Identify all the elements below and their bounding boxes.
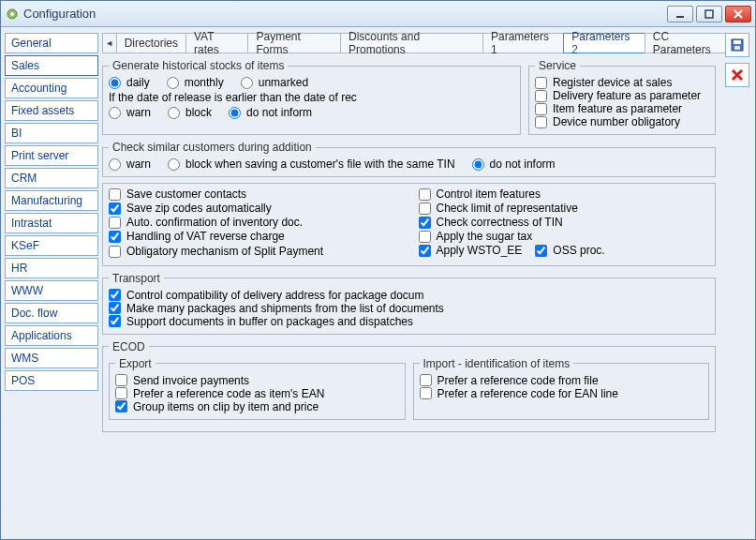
similar-customers-group: Check similar customers during addition … <box>102 141 716 177</box>
sidebar-item-general[interactable]: General <box>5 33 98 53</box>
misc-left-0[interactable]: Save customer contacts <box>109 188 400 201</box>
close-button[interactable] <box>725 6 751 22</box>
misc-right-2[interactable]: Check correctness of TIN <box>419 216 710 229</box>
gear-icon <box>5 7 20 22</box>
svg-rect-8 <box>734 46 740 50</box>
misc-left-1[interactable]: Save zip codes automatically <box>109 202 400 215</box>
ecod-export-legend: Export <box>115 357 156 370</box>
svg-rect-7 <box>734 40 741 44</box>
misc-right-4-wrap: Apply WSTO_EEOSS proc. <box>419 244 710 260</box>
misc-right-1[interactable]: Check limit of representative <box>419 202 710 215</box>
similar-legend: Check similar customers during addition <box>109 141 316 154</box>
ecod-export-group: Export Send invoice paymentsPrefer a ref… <box>109 357 406 420</box>
window-title: Configuration <box>23 7 96 21</box>
sidebar-item-print-server[interactable]: Print server <box>5 145 98 166</box>
maximize-button[interactable] <box>696 6 722 22</box>
main-panel: ◄ DirectoriesVAT ratesPayment FormsDisco… <box>102 27 755 539</box>
ecod-import-0[interactable]: Prefer a reference code from file <box>420 374 704 387</box>
similar-do-not-inform[interactable]: do not inform <box>472 158 556 171</box>
sidebar-item-intrastat[interactable]: Intrastat <box>5 213 98 233</box>
sidebar-item-www[interactable]: WWW <box>5 280 98 301</box>
tab-parameters-2[interactable]: Parameters 2 <box>563 33 645 53</box>
sidebar-item-doc-flow[interactable]: Doc. flow <box>5 303 98 323</box>
service-legend: Service <box>535 59 580 72</box>
cancel-button[interactable] <box>725 63 749 87</box>
sidebar-item-hr[interactable]: HR <box>5 258 98 278</box>
release-do-not-inform[interactable]: do not inform <box>229 106 312 119</box>
minimize-button[interactable] <box>667 6 693 22</box>
sidebar: GeneralSalesAccountingFixed assetsBIPrin… <box>1 27 102 539</box>
minimize-icon <box>675 9 685 19</box>
tab-bar: ◄ DirectoriesVAT ratesPayment FormsDisco… <box>102 33 749 53</box>
ecod-export-2[interactable]: Group items on clip by item and price <box>115 400 399 413</box>
save-button[interactable] <box>725 33 749 57</box>
service-check-1[interactable]: Delivery feature as parameter <box>535 89 709 102</box>
cancel-icon <box>731 68 744 82</box>
sidebar-item-bi[interactable]: BI <box>5 123 98 143</box>
service-check-0[interactable]: Register device at sales <box>535 76 709 89</box>
tab-discounts-and-promotions[interactable]: Discounts and Promotions <box>340 33 483 53</box>
titlebar: Configuration <box>1 1 755 27</box>
service-check-3[interactable]: Device number obligatory <box>535 115 709 128</box>
ecod-export-1[interactable]: Prefer a reference code as item's EAN <box>115 387 399 400</box>
sidebar-item-fixed-assets[interactable]: Fixed assets <box>5 100 98 121</box>
similar-block[interactable]: block when saving a customer's file with… <box>168 158 455 171</box>
close-icon <box>734 9 743 19</box>
historical-monthly[interactable]: monthly <box>167 76 224 89</box>
misc-right-3[interactable]: Apply the sugar tax <box>419 230 710 243</box>
historical-group: Generate historical stocks of items dail… <box>102 59 521 135</box>
transport-check-2[interactable]: Support documents in buffer on packages … <box>109 315 709 328</box>
misc-oss-proc[interactable]: OSS proc. <box>535 244 604 257</box>
sidebar-item-sales[interactable]: Sales <box>5 55 98 76</box>
save-icon <box>730 38 745 52</box>
svg-rect-3 <box>705 10 713 18</box>
ecod-group: ECOD Export Send invoice paymentsPrefer … <box>102 340 716 432</box>
svg-point-1 <box>10 12 14 16</box>
sidebar-item-wms[interactable]: WMS <box>5 348 98 368</box>
misc-checks-group: Save customer contactsControl item featu… <box>102 183 716 266</box>
sidebar-item-pos[interactable]: POS <box>5 370 98 391</box>
misc-apply-wsto-ee[interactable]: Apply WSTO_EE <box>419 244 523 257</box>
tab-scroll-left[interactable]: ◄ <box>102 33 117 53</box>
tab-vat-rates[interactable]: VAT rates <box>185 33 248 53</box>
service-group: Service Register device at salesDelivery… <box>528 59 716 135</box>
ecod-import-1[interactable]: Prefer a reference code for EAN line <box>420 387 704 400</box>
misc-left-4[interactable]: Obligatory mechanism of Split Payment <box>109 244 400 260</box>
release-block[interactable]: block <box>168 106 212 119</box>
release-warn[interactable]: warn <box>109 106 151 119</box>
ecod-export-0[interactable]: Send invoice payments <box>115 374 399 387</box>
historical-legend: Generate historical stocks of items <box>109 59 288 72</box>
maximize-icon <box>704 9 714 19</box>
transport-group: Transport Control compatibility of deliv… <box>102 272 716 335</box>
transport-legend: Transport <box>109 272 164 285</box>
service-check-2[interactable]: Item feature as parameter <box>535 102 709 115</box>
sidebar-item-manufacturing[interactable]: Manufacturing <box>5 190 98 211</box>
release-legend: If the date of release is earlier than t… <box>109 91 514 104</box>
sidebar-item-accounting[interactable]: Accounting <box>5 78 98 98</box>
ecod-legend: ECOD <box>109 340 149 353</box>
ecod-import-legend: Import - identification of items <box>420 357 574 370</box>
sidebar-item-ksef[interactable]: KSeF <box>5 235 98 256</box>
misc-left-2[interactable]: Auto. confirmation of inventory doc. <box>109 216 400 229</box>
transport-check-1[interactable]: Make many packages and shipments from th… <box>109 302 709 315</box>
sidebar-item-applications[interactable]: Applications <box>5 325 98 346</box>
tab-parameters-1[interactable]: Parameters 1 <box>482 33 564 53</box>
historical-daily[interactable]: daily <box>109 76 150 89</box>
historical-unmarked[interactable]: unmarked <box>241 76 308 89</box>
transport-check-0[interactable]: Control compatibility of delivery addres… <box>109 289 709 302</box>
similar-warn[interactable]: warn <box>109 158 151 171</box>
tab-directories[interactable]: Directories <box>116 33 186 53</box>
sidebar-item-crm[interactable]: CRM <box>5 168 98 188</box>
ecod-import-group: Import - identification of items Prefer … <box>413 357 710 420</box>
misc-right-0[interactable]: Control item features <box>419 188 710 201</box>
tab-payment-forms[interactable]: Payment Forms <box>247 33 341 53</box>
misc-left-3[interactable]: Handling of VAT reverse charge <box>109 230 400 243</box>
tab-cc-parameters[interactable]: CC Parameters <box>645 33 736 53</box>
svg-rect-2 <box>676 16 684 18</box>
